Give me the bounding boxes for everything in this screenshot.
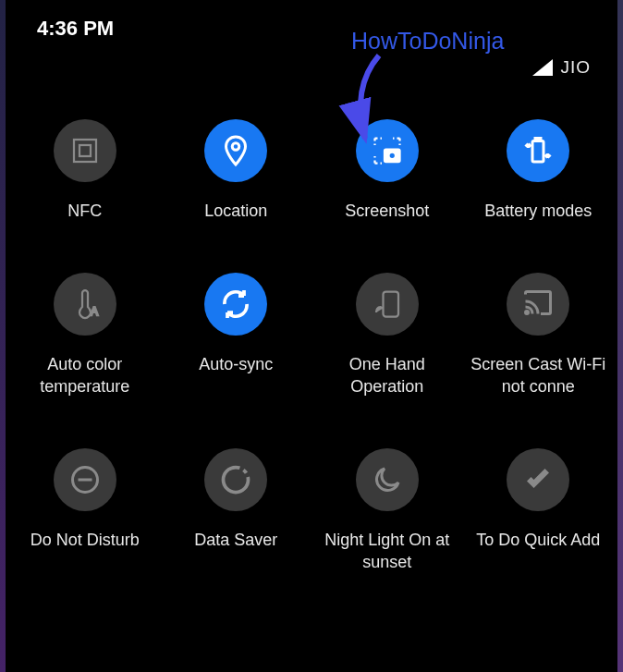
checkmark-icon (507, 448, 569, 511)
svg-rect-6 (532, 141, 544, 163)
annotation-arrow-icon (305, 51, 397, 153)
nfc-icon (54, 119, 116, 182)
screen-edge-left (0, 0, 6, 672)
data-saver-icon (204, 448, 267, 511)
tile-label: Night Light On at sunset (318, 530, 457, 573)
dnd-icon (54, 448, 116, 511)
tile-location[interactable]: Location (161, 110, 312, 263)
tile-label: Auto-sync (199, 354, 273, 375)
moon-icon (356, 448, 419, 511)
tile-nfc[interactable]: NFC (9, 110, 161, 263)
watermark-text: HowToDoNinja (351, 28, 504, 55)
tile-label: Do Not Disturb (31, 530, 140, 551)
tile-label: Screenshot (345, 201, 429, 222)
tile-night-light[interactable]: Night Light On at sunset (312, 439, 463, 615)
tile-auto-color-temperature[interactable]: A Auto color temperature (9, 263, 161, 439)
tile-data-saver[interactable]: Data Saver (161, 439, 312, 615)
tile-label: One Hand Operation (318, 354, 457, 397)
tile-label: Battery modes (484, 201, 592, 222)
tile-do-not-disturb[interactable]: Do Not Disturb (9, 439, 161, 615)
clock-time: 4:36 PM (37, 17, 114, 41)
status-bar: 4:36 PM (0, 0, 623, 50)
tile-label: Screen Cast Wi-Fi not conne (469, 354, 607, 397)
svg-text:A: A (91, 305, 98, 318)
svg-point-3 (233, 143, 240, 151)
svg-rect-2 (79, 145, 91, 156)
svg-rect-1 (74, 140, 96, 162)
tile-label: NFC (67, 201, 102, 222)
tile-todo-quick-add[interactable]: To Do Quick Add (463, 439, 615, 615)
tile-one-hand-operation[interactable]: One Hand Operation (312, 263, 463, 439)
svg-point-10 (526, 312, 529, 314)
tile-screen-cast[interactable]: Screen Cast Wi-Fi not conne (463, 263, 615, 439)
screen-edge-right (617, 0, 623, 672)
tile-label: To Do Quick Add (476, 530, 600, 551)
one-hand-icon (356, 273, 419, 336)
quick-settings-grid: NFC Location Screenshot (0, 92, 623, 615)
svg-rect-7 (535, 139, 541, 141)
tile-label: Auto color temperature (16, 354, 154, 397)
cellular-signal-icon (532, 59, 553, 76)
sync-icon (204, 273, 267, 336)
battery-icon (507, 119, 569, 182)
cast-icon (507, 273, 569, 336)
svg-point-5 (388, 153, 396, 160)
tile-label: Location (204, 201, 267, 222)
location-icon (204, 119, 267, 182)
tile-battery-modes[interactable]: Battery modes (463, 110, 615, 263)
tile-auto-sync[interactable]: Auto-sync (161, 263, 312, 439)
tile-label: Data Saver (194, 530, 277, 551)
svg-rect-9 (383, 292, 398, 317)
carrier-label: JIO (560, 57, 591, 78)
thermometer-icon: A (54, 273, 116, 336)
